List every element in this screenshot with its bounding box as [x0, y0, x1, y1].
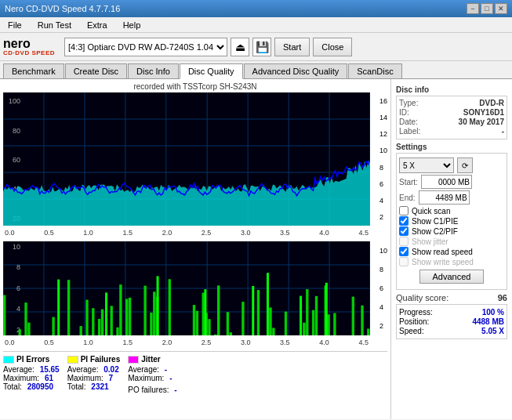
speed-refresh-icon[interactable]: ⟳	[457, 158, 473, 173]
upper-x-axis: 0.0 0.5 1.0 1.5 2.0 2.5 3.0 3.5 4.0 4.5	[3, 227, 370, 238]
disc-id-row: ID: SONY16D1	[399, 108, 504, 117]
show-read-speed-row: Show read speed	[399, 247, 504, 256]
tabs: Benchmark Create Disc Disc Info Disc Qua…	[0, 61, 512, 79]
chart-title: recorded with TSSTcorp SH-S243N	[3, 82, 387, 91]
close-toolbar-button[interactable]: Close	[313, 38, 352, 56]
tab-advanced-disc-quality[interactable]: Advanced Disc Quality	[244, 63, 348, 78]
title-bar: Nero CD-DVD Speed 4.7.7.16 − □ ✕	[0, 0, 512, 17]
pi-errors-avg-value: 15.65	[40, 365, 60, 374]
menu-bar: File Run Test Extra Help	[0, 17, 512, 33]
pi-errors-color	[3, 356, 14, 364]
advanced-button[interactable]: Advanced	[419, 270, 485, 284]
speed-select[interactable]: 5 X	[399, 158, 454, 173]
speed-row-2: Speed: 5.05 X	[399, 327, 504, 335]
pi-failures-title: PI Failures	[81, 355, 121, 364]
disc-type-row: Type: DVD-R	[399, 99, 504, 107]
disc-info-box: Type: DVD-R ID: SONY16D1 Date: 30 May 20…	[396, 96, 507, 139]
right-panel: Disc info Type: DVD-R ID: SONY16D1 Date:…	[391, 79, 512, 419]
close-button[interactable]: ✕	[495, 3, 507, 14]
pi-errors-avg-row: Average: 15.65	[3, 365, 60, 374]
quick-scan-row: Quick scan	[399, 206, 504, 215]
jitter-avg-row: Average: -	[128, 365, 176, 374]
pi-failures-max-value: 7	[109, 374, 114, 382]
quality-score-row: Quality score: 96	[396, 293, 507, 302]
pi-errors-title: PI Errors	[16, 355, 49, 364]
show-write-speed-checkbox[interactable]	[399, 257, 409, 266]
position-value: 4488 MB	[472, 317, 504, 326]
show-read-speed-checkbox[interactable]	[399, 247, 409, 256]
legend-pi-failures: PI Failures Average: 0.02 Maximum: 7 Tot…	[67, 355, 121, 394]
pi-errors-total-row: Total: 280950	[3, 382, 60, 391]
legend-pi-errors: PI Errors Average: 15.65 Maximum: 61 Tot…	[3, 355, 60, 394]
jitter-max-row: Maximum: -	[128, 374, 176, 382]
start-button[interactable]: Start	[274, 38, 310, 56]
start-mb-input[interactable]	[421, 175, 472, 189]
pi-failures-color	[67, 356, 78, 364]
progress-value: 100 %	[482, 308, 504, 317]
settings-box: 5 X ⟳ Start: End: Quick scan Show C1/PIE	[396, 153, 507, 290]
pi-failures-avg-row: Average: 0.02	[67, 365, 121, 374]
main-content: recorded with TSSTcorp SH-S243N 16 14 12…	[0, 79, 512, 419]
pi-failures-max-row: Maximum: 7	[67, 374, 121, 382]
tab-create-disc[interactable]: Create Disc	[65, 63, 127, 78]
lower-y-right: 10 8 6 4 2	[379, 241, 387, 335]
show-write-speed-row: Show write speed	[399, 257, 504, 266]
settings-title: Settings	[396, 143, 507, 151]
jitter-avg-value: -	[165, 365, 167, 374]
jitter-title: Jitter	[141, 355, 160, 364]
chart-area: recorded with TSSTcorp SH-S243N 16 14 12…	[0, 79, 391, 419]
legend-jitter: Jitter Average: - Maximum: - PO failures…	[128, 355, 176, 394]
speed-value: 5.05 X	[481, 327, 504, 335]
position-row: Position: 4488 MB	[399, 317, 504, 326]
lower-x-axis: 0.0 0.5 1.0 1.5 2.0 2.5 3.0 3.5 4.0 4.5	[3, 337, 370, 348]
disc-date-row: Date: 30 May 2017	[399, 118, 504, 126]
quick-scan-checkbox[interactable]	[399, 206, 409, 215]
legend: PI Errors Average: 15.65 Maximum: 61 Tot…	[3, 351, 387, 394]
menu-extra[interactable]: Extra	[82, 20, 112, 31]
po-failures-row: PO failures: -	[128, 386, 176, 394]
upper-chart-canvas	[3, 92, 370, 226]
end-mb-row: End:	[399, 190, 504, 205]
end-mb-input[interactable]	[419, 190, 470, 205]
eject-icon[interactable]: ⏏	[231, 38, 249, 56]
upper-y-right: 16 14 12 10 8 6 4 2	[379, 92, 387, 226]
pi-failures-avg-value: 0.02	[103, 365, 118, 374]
disc-info-title: Disc info	[396, 85, 507, 94]
show-c2-checkbox[interactable]	[399, 226, 409, 236]
menu-help[interactable]: Help	[118, 20, 146, 31]
show-c2-row: Show C2/PIF	[399, 226, 504, 236]
tab-benchmark[interactable]: Benchmark	[3, 63, 64, 78]
pi-errors-max-row: Maximum: 61	[3, 374, 60, 382]
tab-disc-quality[interactable]: Disc Quality	[180, 63, 243, 79]
title-bar-title: Nero CD-DVD Speed 4.7.7.16	[5, 4, 120, 13]
pi-failures-total-value: 2321	[91, 382, 108, 391]
drive-select[interactable]: [4:3] Optiarc DVD RW AD-7240S 1.04	[64, 38, 227, 56]
po-failures-value: -	[174, 386, 176, 394]
progress-box: Progress: 100 % Position: 4488 MB Speed:…	[396, 304, 507, 339]
show-jitter-checkbox[interactable]	[399, 237, 409, 246]
minimize-button[interactable]: −	[467, 3, 479, 14]
speed-row: 5 X ⟳	[399, 158, 504, 173]
pi-errors-total-value: 280950	[27, 382, 53, 391]
pi-failures-total-row: Total: 2321	[67, 382, 121, 391]
disc-label-row: Label: -	[399, 127, 504, 136]
tab-scan-disc[interactable]: ScanDisc	[348, 63, 401, 78]
maximize-button[interactable]: □	[481, 3, 493, 14]
jitter-color	[128, 356, 139, 364]
progress-row: Progress: 100 %	[399, 308, 504, 317]
menu-run-test[interactable]: Run Test	[33, 20, 76, 31]
save-icon[interactable]: 💾	[252, 38, 271, 56]
app-title: Nero CD-DVD Speed 4.7.7.16	[5, 4, 120, 13]
menu-file[interactable]: File	[3, 20, 27, 31]
show-c1-row: Show C1/PIE	[399, 216, 504, 226]
jitter-max-value: -	[169, 374, 172, 382]
logo: nero CD·DVD SPEED	[3, 38, 55, 56]
show-jitter-row: Show jitter	[399, 237, 504, 246]
title-bar-controls: − □ ✕	[467, 3, 507, 14]
toolbar: nero CD·DVD SPEED [4:3] Optiarc DVD RW A…	[0, 33, 512, 61]
lower-chart-canvas	[3, 241, 370, 335]
pi-errors-max-value: 61	[45, 374, 53, 382]
start-mb-row: Start:	[399, 175, 504, 189]
show-c1-checkbox[interactable]	[399, 216, 409, 226]
tab-disc-info[interactable]: Disc Info	[128, 63, 179, 78]
